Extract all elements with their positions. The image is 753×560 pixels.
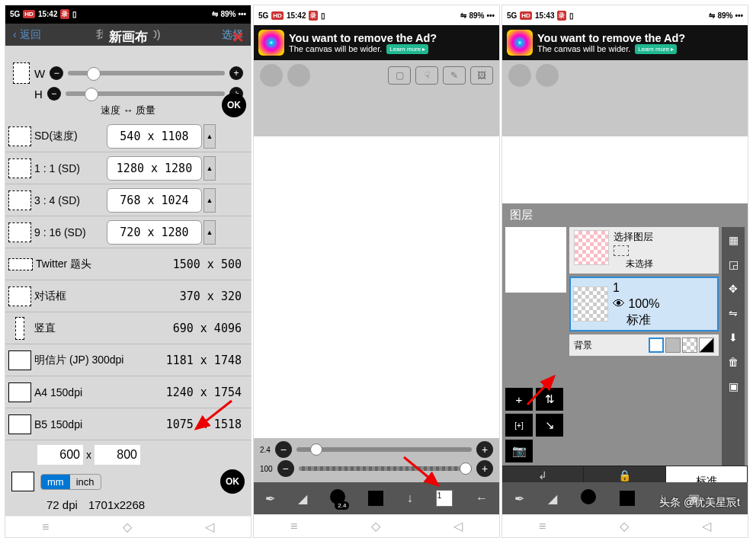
back-icon[interactable]: ←: [476, 491, 488, 505]
close-button[interactable]: ✕: [232, 28, 245, 46]
learn-more-button[interactable]: Learn more ▸: [635, 44, 677, 54]
ok-button-2[interactable]: OK: [220, 469, 245, 494]
bg-white[interactable]: [649, 338, 664, 353]
learn-more-button[interactable]: Learn more ▸: [386, 44, 428, 54]
preset-3-4[interactable]: 3 : 4 (SD)768 x 1024▲: [5, 184, 251, 216]
size-minus-button[interactable]: −: [275, 441, 292, 458]
trash-icon[interactable]: 🗑: [725, 354, 742, 370]
redo-button[interactable]: [536, 64, 559, 87]
signal-icon: 5G: [507, 11, 517, 20]
crop-icon[interactable]: ◲: [725, 256, 742, 273]
size-slider[interactable]: [296, 447, 472, 452]
canvas-thumb[interactable]: [505, 227, 566, 293]
move-layer-button[interactable]: ↘: [536, 414, 563, 437]
nav-home-icon[interactable]: ◇: [371, 519, 380, 533]
dropdown-icon[interactable]: ▲: [203, 188, 216, 213]
brush-preview[interactable]: [581, 489, 596, 507]
undo-button[interactable]: [508, 64, 531, 87]
eye-icon[interactable]: 👁: [613, 297, 625, 310]
edit-tool-icon[interactable]: ✎: [443, 66, 466, 85]
preset-b5[interactable]: B5 150dpi1075 x 1518: [5, 408, 251, 440]
nav-home-icon[interactable]: ◇: [123, 520, 132, 534]
eraser-icon[interactable]: ◢: [548, 491, 557, 506]
battery-pct: 89%: [469, 11, 484, 20]
nav-recents-icon[interactable]: ≡: [539, 520, 546, 533]
nav-recents-icon[interactable]: ≡: [42, 520, 49, 534]
add-layer-button[interactable]: +: [505, 388, 533, 411]
opacity-minus-button[interactable]: −: [277, 460, 294, 477]
bg-split[interactable]: [699, 338, 714, 353]
size-value: 2.4: [260, 446, 271, 454]
hd-icon: HD: [520, 11, 532, 20]
bg-panel[interactable]: 背景: [569, 334, 719, 356]
preset-postcard[interactable]: 明信片 (JP) 300dpi1181 x 1748: [5, 344, 251, 376]
w-slider[interactable]: [68, 71, 225, 75]
dropdown-icon[interactable]: ▲: [203, 124, 216, 149]
preset-9-16[interactable]: 9 : 16 (SD)720 x 1280▲: [5, 216, 251, 248]
canvas-margin: [254, 91, 499, 136]
unit-toggle[interactable]: mm inch: [40, 474, 101, 490]
undo-button[interactable]: [260, 64, 283, 87]
bg-trans[interactable]: [682, 338, 697, 353]
back-button[interactable]: ‹ 返回: [13, 28, 41, 42]
move-icon[interactable]: ✥: [725, 280, 742, 297]
nav-recents-icon[interactable]: ≡: [290, 520, 297, 533]
custom-height-input[interactable]: [95, 445, 140, 465]
w-plus-button[interactable]: +: [229, 66, 243, 80]
h-minus-button[interactable]: −: [47, 87, 61, 101]
layer-1[interactable]: 1 👁 100% 标准: [569, 277, 719, 331]
size-plus-button[interactable]: +: [476, 441, 493, 458]
opacity-slider[interactable]: [299, 466, 472, 471]
preset-1-1[interactable]: 1 : 1 (SD)1280 x 1280▲: [5, 152, 251, 184]
redo-button[interactable]: [287, 64, 310, 87]
marquee-icon: [614, 245, 629, 256]
dropdown-icon[interactable]: ▲: [203, 220, 216, 245]
nav-back-icon[interactable]: ◁: [702, 519, 711, 533]
fliph-icon[interactable]: ⇋: [725, 305, 742, 322]
android-nav: ≡ ◇ ◁: [5, 516, 251, 537]
download-icon[interactable]: ↓: [407, 491, 413, 505]
ad-banner[interactable]: You want to remove the Ad? The canvas wi…: [254, 25, 499, 60]
preset-vertical[interactable]: 竖直690 x 4096: [5, 312, 251, 344]
nav-home-icon[interactable]: ◇: [620, 519, 629, 533]
checker-icon[interactable]: ▦: [725, 232, 742, 248]
ad-subline: The canvas will be wider.: [537, 44, 630, 53]
canvas-area[interactable]: [254, 136, 499, 438]
nav-back-icon[interactable]: ◁: [205, 520, 214, 534]
flip-layer-button[interactable]: ⇅: [536, 388, 563, 411]
status-time: 15:42: [287, 11, 306, 20]
image-tool-icon[interactable]: 🖼: [470, 66, 493, 85]
w-minus-button[interactable]: −: [50, 66, 63, 80]
brush-preview[interactable]: 2.4: [330, 489, 345, 507]
preset-list: SD(速度)540 x 1108▲ 1 : 1 (SD)1280 x 1280▲…: [5, 120, 251, 516]
signal-icon: 5G: [10, 10, 20, 18]
bg-gray[interactable]: [665, 338, 681, 353]
android-nav: ≡ ◇ ◁: [502, 514, 748, 537]
preset-sd[interactable]: SD(速度)540 x 1108▲: [5, 120, 251, 152]
ad-headline: You want to remove the Ad?: [537, 32, 685, 44]
h-slider[interactable]: [66, 91, 225, 96]
ad-banner[interactable]: You want to remove the Ad? The canvas wi…: [502, 25, 748, 60]
layers-icon[interactable]: 1: [436, 490, 453, 507]
preset-twitter[interactable]: Twitter 题头1500 x 500: [5, 248, 251, 280]
unit-mm: mm: [41, 475, 70, 489]
dup-layer-button[interactable]: [+]: [505, 414, 533, 437]
custom-width-input[interactable]: [37, 445, 83, 465]
color-icon[interactable]: [620, 491, 635, 506]
dropdown-icon[interactable]: ▲: [203, 156, 216, 181]
eraser-icon[interactable]: ◢: [298, 491, 307, 506]
hand-tool-icon[interactable]: ☟: [415, 66, 438, 85]
preset-dialog[interactable]: 对话框370 x 320: [5, 280, 251, 312]
preset-a4[interactable]: A4 150dpi1240 x 1754: [5, 376, 251, 408]
top-toolbar: [502, 60, 748, 91]
select-tool-icon[interactable]: ▢: [388, 66, 411, 85]
down-icon[interactable]: ⬇: [725, 329, 742, 346]
camera-button[interactable]: 📷: [505, 440, 533, 462]
status-bar: 5G HD 15:42 录 ▯ ⇋ 89% •••: [254, 5, 499, 25]
opacity-plus-button[interactable]: +: [476, 460, 493, 477]
color-icon[interactable]: [368, 491, 383, 506]
brush-icon[interactable]: ✒: [265, 491, 275, 506]
nav-back-icon[interactable]: ◁: [453, 519, 463, 533]
brush-icon[interactable]: ✒: [514, 491, 524, 506]
clear-icon[interactable]: ▣: [725, 378, 742, 395]
